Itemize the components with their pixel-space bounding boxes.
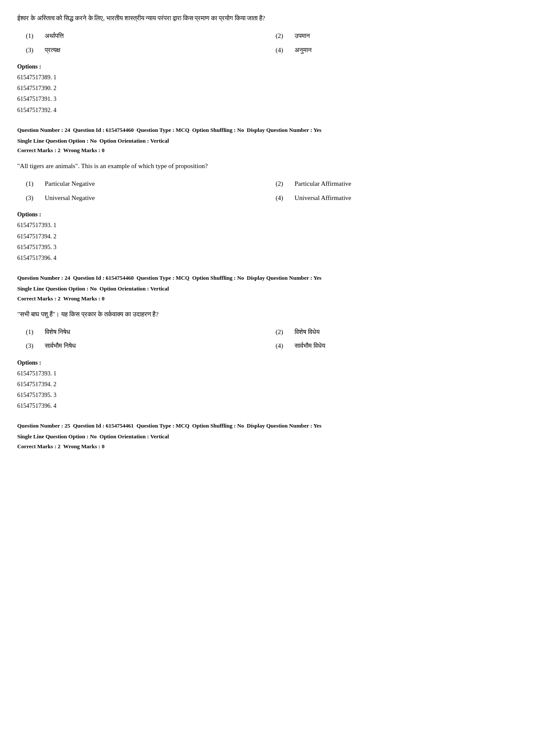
- option-number: (2): [276, 179, 288, 189]
- option-number: (2): [276, 327, 288, 337]
- option-text: उपमान: [295, 31, 310, 41]
- option-id-item: 61547517392. 4: [17, 105, 517, 116]
- options-grid-q24-hindi: (1) विशेष निषेध (2) विशेष विधेय (3) सार्…: [17, 327, 517, 351]
- option-number: (1): [26, 31, 38, 41]
- options-grid-q24-english: (1) Particular Negative (2) Particular A…: [17, 179, 517, 203]
- option-id-item: 61547517393. 1: [17, 220, 517, 231]
- option-id-item: 61547517390. 2: [17, 83, 517, 94]
- option-text: सार्वभौम निषेध: [45, 341, 76, 351]
- option-item: (4) सार्वभौम विधेय: [276, 341, 517, 351]
- options-label: Options :: [17, 211, 517, 218]
- option-text: अनुमान: [295, 45, 312, 55]
- option-item: (3) प्रत्यक्ष: [26, 45, 267, 55]
- option-id-item: 61547517394. 2: [17, 379, 517, 390]
- option-number: (2): [276, 31, 288, 41]
- option-text: Particular Affirmative: [295, 179, 351, 189]
- section-q23-hindi: ईश्वर के अस्तित्व को सिद्ध करने के लिए, …: [17, 13, 517, 116]
- option-item: (1) विशेष निषेध: [26, 327, 267, 337]
- option-item: (1) अर्थापत्ति: [26, 31, 267, 41]
- option-id-item: 61547517395. 3: [17, 390, 517, 400]
- correct-marks: Correct Marks : 2 Wrong Marks : 0: [17, 295, 517, 302]
- section-q24-english: Question Number : 24 Question Id : 61547…: [17, 126, 517, 263]
- option-text: Universal Affirmative: [295, 193, 351, 203]
- question-meta-line2: Single Line Question Option : No Option …: [17, 137, 517, 146]
- option-item: (1) Particular Negative: [26, 179, 267, 189]
- option-item: (2) विशेष विधेय: [276, 327, 517, 337]
- option-item: (3) सार्वभौम निषेध: [26, 341, 267, 351]
- option-id-item: 61547517393. 1: [17, 368, 517, 379]
- options-label: Options :: [17, 63, 517, 70]
- question-text-q24-english: "All tigers are animals". This is an exa…: [17, 161, 517, 171]
- option-text: अर्थापत्ति: [45, 31, 64, 41]
- option-number: (1): [26, 327, 38, 337]
- correct-marks: Correct Marks : 2 Wrong Marks : 0: [17, 147, 517, 154]
- option-number: (4): [276, 193, 288, 203]
- options-list: 61547517393. 1 61547517394. 2 6154751739…: [17, 368, 517, 412]
- question-meta-line1: Question Number : 24 Question Id : 61547…: [17, 126, 517, 135]
- options-list: 61547517393. 1 61547517394. 2 6154751739…: [17, 220, 517, 263]
- options-label: Options :: [17, 359, 517, 366]
- options-grid-q23-hindi: (1) अर्थापत्ति (2) उपमान (3) प्रत्यक्ष (…: [17, 31, 517, 55]
- option-id-item: 61547517395. 3: [17, 242, 517, 253]
- option-id-item: 61547517391. 3: [17, 94, 517, 104]
- option-item: (4) Universal Affirmative: [276, 193, 517, 203]
- option-item: (4) अनुमान: [276, 45, 517, 55]
- option-id-item: 61547517396. 4: [17, 400, 517, 411]
- option-text: Universal Negative: [45, 193, 95, 203]
- options-list: 61547517389. 1 61547517390. 2 6154751739…: [17, 72, 517, 116]
- option-item: (2) उपमान: [276, 31, 517, 41]
- question-text-q24-hindi: "सभी बाघ पशु हैं"। यह किस प्रकार के तर्क…: [17, 309, 517, 319]
- question-meta-line2: Single Line Question Option : No Option …: [17, 284, 517, 294]
- option-item: (3) Universal Negative: [26, 193, 267, 203]
- question-meta-line2-q25: Single Line Question Option : No Option …: [17, 432, 517, 441]
- question-meta-line1: Question Number : 24 Question Id : 61547…: [17, 274, 517, 283]
- option-text: सार्वभौम विधेय: [295, 341, 325, 351]
- option-id-item: 61547517396. 4: [17, 253, 517, 263]
- option-number: (1): [26, 179, 38, 189]
- option-number: (4): [276, 341, 288, 351]
- option-text: विशेष निषेध: [45, 327, 70, 337]
- option-number: (4): [276, 45, 288, 55]
- question-meta-line1-q25: Question Number : 25 Question Id : 61547…: [17, 422, 517, 431]
- section-q24-hindi: Question Number : 24 Question Id : 61547…: [17, 274, 517, 411]
- option-number: (3): [26, 45, 38, 55]
- option-number: (3): [26, 341, 38, 351]
- option-id-item: 61547517394. 2: [17, 231, 517, 242]
- option-id-item: 61547517389. 1: [17, 72, 517, 83]
- correct-marks-q25: Correct Marks : 2 Wrong Marks : 0: [17, 443, 517, 450]
- question-text-q23-hindi: ईश्वर के अस्तित्व को सिद्ध करने के लिए, …: [17, 13, 517, 23]
- option-text: Particular Negative: [45, 179, 95, 189]
- option-item: (2) Particular Affirmative: [276, 179, 517, 189]
- option-text: प्रत्यक्ष: [45, 45, 60, 55]
- option-number: (3): [26, 193, 38, 203]
- option-text: विशेष विधेय: [295, 327, 320, 337]
- section-q25-meta: Question Number : 25 Question Id : 61547…: [17, 422, 517, 450]
